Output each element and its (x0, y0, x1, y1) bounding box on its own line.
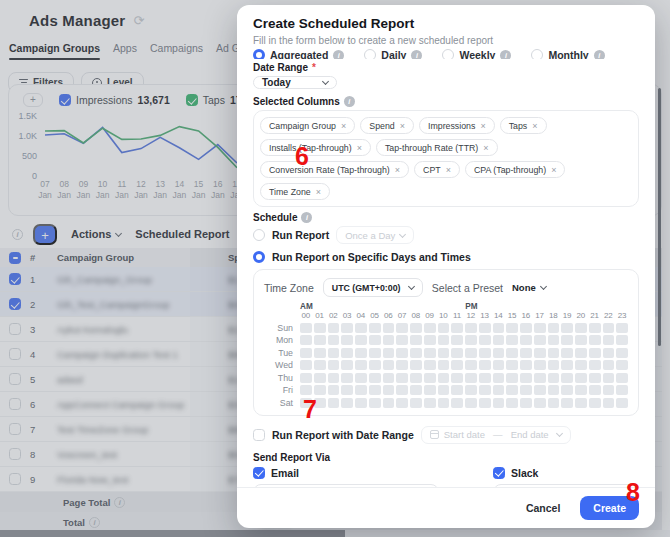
time-cell-sun-23[interactable] (616, 323, 628, 333)
time-cell-fri-12[interactable] (465, 385, 477, 395)
monthly-radio[interactable] (531, 49, 543, 59)
time-cell-sat-15[interactable] (506, 398, 518, 408)
daily-radio[interactable] (364, 49, 376, 59)
time-cell-thu-01[interactable] (314, 373, 326, 383)
aggregated-radio[interactable] (253, 49, 265, 59)
time-cell-wed-15[interactable] (506, 360, 518, 370)
time-cell-sun-18[interactable] (548, 323, 560, 333)
time-cell-fri-04[interactable] (355, 385, 367, 395)
time-cell-tue-00[interactable] (300, 348, 312, 358)
time-cell-fri-22[interactable] (603, 385, 615, 395)
time-cell-mon-08[interactable] (410, 335, 422, 345)
time-cell-wed-21[interactable] (589, 360, 601, 370)
time-cell-fri-20[interactable] (575, 385, 587, 395)
time-cell-mon-02[interactable] (328, 335, 340, 345)
time-cell-wed-13[interactable] (479, 360, 491, 370)
timezone-select[interactable]: UTC (GMT+0:00) (323, 278, 423, 297)
time-cell-fri-16[interactable] (520, 385, 532, 395)
column-chip[interactable]: Tap-through Rate (TTR)× (376, 139, 498, 156)
time-cell-sat-23[interactable] (616, 398, 628, 408)
time-cell-mon-09[interactable] (424, 335, 436, 345)
time-cell-fri-05[interactable] (369, 385, 381, 395)
time-cell-mon-11[interactable] (451, 335, 463, 345)
time-cell-mon-13[interactable] (479, 335, 491, 345)
horizontal-scrollbar-thumb[interactable] (0, 530, 345, 537)
time-cell-thu-14[interactable] (493, 373, 505, 383)
time-cell-wed-12[interactable] (465, 360, 477, 370)
time-cell-fri-13[interactable] (479, 385, 491, 395)
time-cell-tue-09[interactable] (424, 348, 436, 358)
time-cell-mon-17[interactable] (534, 335, 546, 345)
time-cell-fri-21[interactable] (589, 385, 601, 395)
time-cell-thu-03[interactable] (341, 373, 353, 383)
time-cell-sat-10[interactable] (438, 398, 450, 408)
time-cell-thu-21[interactable] (589, 373, 601, 383)
time-cell-sun-01[interactable] (314, 323, 326, 333)
time-cell-thu-20[interactable] (575, 373, 587, 383)
time-cell-sat-17[interactable] (534, 398, 546, 408)
time-cell-sun-11[interactable] (451, 323, 463, 333)
time-cell-sat-21[interactable] (589, 398, 601, 408)
time-cell-fri-19[interactable] (561, 385, 573, 395)
time-cell-wed-18[interactable] (548, 360, 560, 370)
time-cell-sun-07[interactable] (396, 323, 408, 333)
time-cell-tue-23[interactable] (616, 348, 628, 358)
time-cell-wed-23[interactable] (616, 360, 628, 370)
time-cell-sun-21[interactable] (589, 323, 601, 333)
time-cell-wed-06[interactable] (383, 360, 395, 370)
time-cell-tue-10[interactable] (438, 348, 450, 358)
time-cell-mon-14[interactable] (493, 335, 505, 345)
time-cell-sun-20[interactable] (575, 323, 587, 333)
time-cell-thu-15[interactable] (506, 373, 518, 383)
time-cell-fri-15[interactable] (506, 385, 518, 395)
time-cell-wed-11[interactable] (451, 360, 463, 370)
time-cell-fri-10[interactable] (438, 385, 450, 395)
time-cell-mon-23[interactable] (616, 335, 628, 345)
time-cell-wed-14[interactable] (493, 360, 505, 370)
date-range-select[interactable]: Today (253, 76, 337, 89)
time-cell-wed-00[interactable] (300, 360, 312, 370)
time-cell-sun-00[interactable] (300, 323, 312, 333)
time-cell-wed-08[interactable] (410, 360, 422, 370)
time-cell-sun-14[interactable] (493, 323, 505, 333)
time-cell-sat-05[interactable] (369, 398, 381, 408)
specific-days-radio[interactable] (253, 251, 265, 263)
time-cell-tue-12[interactable] (465, 348, 477, 358)
time-cell-tue-08[interactable] (410, 348, 422, 358)
run-with-date-range-checkbox[interactable] (253, 429, 265, 441)
time-cell-tue-17[interactable] (534, 348, 546, 358)
time-cell-sun-19[interactable] (561, 323, 573, 333)
time-cell-sat-16[interactable] (520, 398, 532, 408)
time-cell-sun-04[interactable] (355, 323, 367, 333)
time-cell-sun-13[interactable] (479, 323, 491, 333)
remove-chip-icon[interactable]: × (551, 165, 556, 175)
email-checkbox[interactable] (253, 467, 265, 479)
column-chip[interactable]: CPT× (414, 161, 460, 178)
time-cell-sat-20[interactable] (575, 398, 587, 408)
column-chip[interactable]: Conversion Rate (Tap-through)× (260, 161, 409, 178)
column-chip[interactable]: CPA (Tap-through)× (465, 161, 565, 178)
time-cell-fri-09[interactable] (424, 385, 436, 395)
time-cell-thu-11[interactable] (451, 373, 463, 383)
time-cell-sun-03[interactable] (341, 323, 353, 333)
time-cell-tue-16[interactable] (520, 348, 532, 358)
time-cell-tue-03[interactable] (341, 348, 353, 358)
time-cell-sun-22[interactable] (603, 323, 615, 333)
time-cell-wed-17[interactable] (534, 360, 546, 370)
remove-chip-icon[interactable]: × (316, 187, 321, 197)
time-cell-sat-14[interactable] (493, 398, 505, 408)
time-cell-fri-07[interactable] (396, 385, 408, 395)
time-cell-mon-16[interactable] (520, 335, 532, 345)
preset-select[interactable]: None (512, 282, 546, 293)
time-cell-wed-16[interactable] (520, 360, 532, 370)
time-cell-wed-07[interactable] (396, 360, 408, 370)
time-cell-sun-08[interactable] (410, 323, 422, 333)
time-cell-thu-06[interactable] (383, 373, 395, 383)
time-cell-sat-06[interactable] (383, 398, 395, 408)
column-chip[interactable]: Time Zone× (260, 183, 330, 200)
time-cell-sat-19[interactable] (561, 398, 573, 408)
time-cell-sun-09[interactable] (424, 323, 436, 333)
remove-chip-icon[interactable]: × (341, 121, 346, 131)
time-cell-mon-00[interactable] (300, 335, 312, 345)
time-cell-wed-22[interactable] (603, 360, 615, 370)
